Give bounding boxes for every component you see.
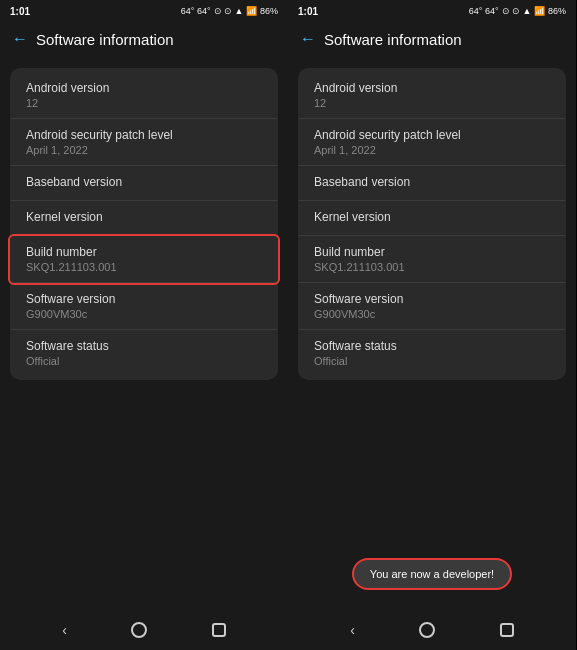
kernel-item-2: Kernel version bbox=[298, 201, 566, 236]
header-2: ← Software information bbox=[288, 22, 576, 56]
software-status-item: Software status Official bbox=[10, 330, 278, 376]
status-bar-1: 1:01 64° 64° ⊙ ⊙ ▲ 📶 86% bbox=[0, 0, 288, 22]
nav-back-2[interactable]: ‹ bbox=[350, 622, 355, 638]
android-version-label-2: Android version bbox=[314, 81, 550, 95]
back-button-2[interactable]: ← bbox=[300, 30, 316, 48]
battery-icon-1: ⊙ ⊙ ▲ 📶 bbox=[214, 6, 257, 16]
nav-bar-2: ‹ bbox=[288, 610, 576, 650]
baseband-item-2: Baseband version bbox=[298, 166, 566, 201]
kernel-label: Kernel version bbox=[26, 210, 262, 224]
nav-bar-1: ‹ bbox=[0, 610, 288, 650]
toast-area: You are now a developer! bbox=[288, 558, 576, 590]
software-status-value-2: Official bbox=[314, 355, 550, 367]
software-status-label: Software status bbox=[26, 339, 262, 353]
phone-panel-2: 1:01 64° 64° ⊙ ⊙ ▲ 📶 86% ← Software info… bbox=[288, 0, 576, 650]
security-patch-value-2: April 1, 2022 bbox=[314, 144, 550, 156]
developer-toast: You are now a developer! bbox=[352, 558, 512, 590]
baseband-label-2: Baseband version bbox=[314, 175, 550, 189]
software-version-value: G900VM30c bbox=[26, 308, 262, 320]
build-number-label-2: Build number bbox=[314, 245, 550, 259]
header-1: ← Software information bbox=[0, 22, 288, 56]
build-number-value-2: SKQ1.211103.001 bbox=[314, 261, 550, 273]
security-patch-label: Android security patch level bbox=[26, 128, 262, 142]
software-version-value-2: G900VM30c bbox=[314, 308, 550, 320]
software-version-label-2: Software version bbox=[314, 292, 550, 306]
android-version-value: 12 bbox=[26, 97, 262, 109]
status-bar-2: 1:01 64° 64° ⊙ ⊙ ▲ 📶 86% bbox=[288, 0, 576, 22]
build-number-item-2[interactable]: Build number SKQ1.211103.001 bbox=[298, 236, 566, 283]
info-card-2: Android version 12 Android security patc… bbox=[298, 68, 566, 380]
info-card-1: Android version 12 Android security patc… bbox=[10, 68, 278, 380]
phone-panel-1: 1:01 64° 64° ⊙ ⊙ ▲ 📶 86% ← Software info… bbox=[0, 0, 288, 650]
software-status-label-2: Software status bbox=[314, 339, 550, 353]
security-patch-value: April 1, 2022 bbox=[26, 144, 262, 156]
page-title-1: Software information bbox=[36, 31, 174, 48]
battery-icon-2: ⊙ ⊙ ▲ 📶 bbox=[502, 6, 545, 16]
software-status-item-2: Software status Official bbox=[298, 330, 566, 376]
status-icons-2: 64° 64° ⊙ ⊙ ▲ 📶 86% bbox=[469, 6, 566, 16]
page-title-2: Software information bbox=[324, 31, 462, 48]
security-patch-item-2: Android security patch level April 1, 20… bbox=[298, 119, 566, 166]
nav-back-1[interactable]: ‹ bbox=[62, 622, 67, 638]
security-patch-label-2: Android security patch level bbox=[314, 128, 550, 142]
status-temp-1: 64° 64° bbox=[181, 6, 211, 16]
content-1: Android version 12 Android security patc… bbox=[0, 56, 288, 610]
software-version-label: Software version bbox=[26, 292, 262, 306]
build-number-label: Build number bbox=[26, 245, 262, 259]
status-time-2: 1:01 bbox=[298, 6, 318, 17]
back-button-1[interactable]: ← bbox=[12, 30, 28, 48]
android-version-item: Android version 12 bbox=[10, 72, 278, 119]
nav-home-1[interactable] bbox=[131, 622, 147, 638]
nav-recents-1[interactable] bbox=[212, 623, 226, 637]
status-time-1: 1:01 bbox=[10, 6, 30, 17]
android-version-label: Android version bbox=[26, 81, 262, 95]
security-patch-item: Android security patch level April 1, 20… bbox=[10, 119, 278, 166]
software-status-value: Official bbox=[26, 355, 262, 367]
build-number-value: SKQ1.211103.001 bbox=[26, 261, 262, 273]
battery-level-2: 86% bbox=[548, 6, 566, 16]
build-number-item[interactable]: Build number SKQ1.211103.001 bbox=[10, 236, 278, 283]
battery-level-1: 86% bbox=[260, 6, 278, 16]
kernel-item: Kernel version bbox=[10, 201, 278, 236]
nav-home-2[interactable] bbox=[419, 622, 435, 638]
content-2: Android version 12 Android security patc… bbox=[288, 56, 576, 610]
software-version-item: Software version G900VM30c bbox=[10, 283, 278, 330]
status-icons-1: 64° 64° ⊙ ⊙ ▲ 📶 86% bbox=[181, 6, 278, 16]
baseband-label: Baseband version bbox=[26, 175, 262, 189]
nav-recents-2[interactable] bbox=[500, 623, 514, 637]
kernel-label-2: Kernel version bbox=[314, 210, 550, 224]
baseband-item: Baseband version bbox=[10, 166, 278, 201]
software-version-item-2: Software version G900VM30c bbox=[298, 283, 566, 330]
status-temp-2: 64° 64° bbox=[469, 6, 499, 16]
android-version-item-2: Android version 12 bbox=[298, 72, 566, 119]
android-version-value-2: 12 bbox=[314, 97, 550, 109]
